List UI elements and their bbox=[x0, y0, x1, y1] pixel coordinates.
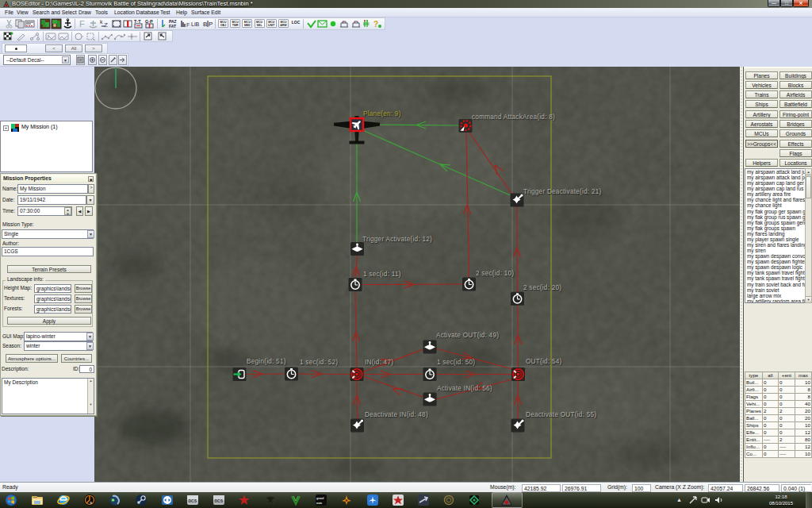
svg-text:command AttackArea(id: 8): command AttackArea(id: 8) bbox=[472, 114, 555, 121]
svg-text:Deactivate IN(id: 48): Deactivate IN(id: 48) bbox=[365, 411, 428, 418]
svg-text:G·P: G·P bbox=[145, 19, 153, 24]
svg-text:IN(id: 47): IN(id: 47) bbox=[365, 359, 393, 366]
svg-text:LiB: LiB bbox=[191, 21, 199, 27]
svg-text:OUT(id: 54): OUT(id: 54) bbox=[526, 358, 562, 365]
svg-text:auto: auto bbox=[316, 502, 322, 505]
svg-text:?: ? bbox=[373, 20, 378, 29]
svg-text:Begin(id: 51): Begin(id: 51) bbox=[247, 358, 286, 365]
svg-text:B: B bbox=[203, 21, 207, 28]
svg-text:1 sec(id: 52): 1 sec(id: 52) bbox=[300, 359, 338, 366]
svg-text:Activate OUT(id: 49): Activate OUT(id: 49) bbox=[436, 332, 499, 339]
svg-text:P: P bbox=[209, 21, 213, 28]
svg-text:1 sec(id: 50): 1 sec(id: 50) bbox=[437, 359, 475, 366]
svg-text:1 sec(id: 11): 1 sec(id: 11) bbox=[363, 271, 401, 278]
svg-text:k: k bbox=[100, 19, 103, 25]
svg-text:Z: Z bbox=[104, 21, 108, 29]
svg-text:Deactivate OUT(id: 55): Deactivate OUT(id: 55) bbox=[526, 411, 596, 418]
svg-text:FAT: FAT bbox=[169, 24, 176, 29]
svg-text:2 sec(id: 20): 2 sec(id: 20) bbox=[523, 284, 561, 291]
svg-text:DCS: DCS bbox=[189, 498, 197, 503]
svg-text:grand: grand bbox=[316, 497, 324, 500]
svg-text:T·T: T·T bbox=[134, 19, 141, 24]
svg-text:2 sec(id: 10): 2 sec(id: 10) bbox=[476, 270, 514, 277]
svg-text:Plane(en: 9): Plane(en: 9) bbox=[363, 110, 401, 117]
svg-text:Trigger Deactivate(id: 21): Trigger Deactivate(id: 21) bbox=[523, 188, 602, 195]
svg-text:DCS: DCS bbox=[215, 498, 224, 503]
svg-text:F: F bbox=[186, 22, 190, 28]
svg-text:Activate IN(id: 56): Activate IN(id: 56) bbox=[437, 385, 492, 392]
svg-text:Trigger Activate(id: 12): Trigger Activate(id: 12) bbox=[362, 236, 432, 243]
svg-text:F: F bbox=[79, 19, 85, 29]
